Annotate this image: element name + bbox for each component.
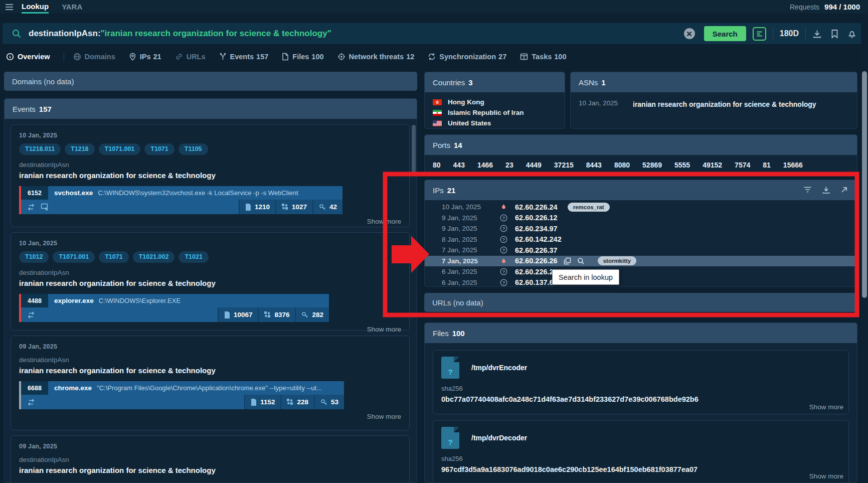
port-value[interactable]: 15666: [783, 161, 803, 169]
port-value[interactable]: 52869: [642, 161, 662, 169]
modules-count-icon: [287, 399, 293, 405]
show-more-link[interactable]: Show more: [809, 403, 843, 411]
port-value[interactable]: 23: [505, 161, 513, 169]
malware-tag[interactable]: remcos_rat: [568, 203, 610, 212]
country-row[interactable]: Islamic Republic of Iran: [425, 107, 565, 118]
download-results-icon[interactable]: [812, 29, 822, 39]
events-panel-header: Events157: [5, 99, 417, 119]
asn-row[interactable]: 10 Jan, 2025 iranian research organizati…: [571, 92, 857, 110]
mitre-tag[interactable]: T1071: [99, 251, 128, 263]
ip-row-highlighted[interactable]: 7 Jan, 2025 62.60.226.26 stormkitty: [425, 256, 857, 267]
event-date: 09 Jan, 2025: [19, 343, 401, 350]
show-more-link[interactable]: Show more: [809, 472, 843, 480]
network-swap-icon[interactable]: [27, 204, 35, 211]
search-button[interactable]: Search: [704, 26, 746, 41]
events-scrollbar[interactable]: [412, 121, 416, 479]
iran-flag-icon: [433, 110, 442, 116]
process-cmdline: C:\WINDOWS\system32\svchost.exe -k Local…: [98, 189, 298, 197]
network-swap-icon[interactable]: [27, 399, 35, 406]
filter-icon[interactable]: [803, 186, 812, 194]
port-value[interactable]: 81: [763, 161, 771, 169]
malicious-flame-icon: [500, 203, 515, 211]
country-row[interactable]: United States: [425, 118, 565, 128]
mitre-tag[interactable]: T1012: [19, 251, 49, 263]
mitre-tag[interactable]: T1105: [179, 143, 208, 155]
tab-urls: URLs: [175, 53, 206, 61]
mitre-tag[interactable]: T1021.002: [133, 251, 175, 263]
ip-row[interactable]: 7 Jan, 2025 ? 62.60.226.37: [425, 245, 857, 256]
port-value[interactable]: 8443: [586, 161, 602, 169]
field-value: iranian research organization for scienc…: [19, 366, 401, 375]
page-scrollbar[interactable]: [861, 14, 868, 483]
port-value[interactable]: 5555: [674, 161, 690, 169]
copy-icon[interactable]: [564, 257, 571, 265]
port-value[interactable]: 1466: [477, 161, 493, 169]
ip-row[interactable]: 6 Jan, 2025 ? 62.60.226.20: [425, 266, 857, 277]
sha256-hash: 0bc77a07740408afc0a248c71d4f63ae7d314bf2…: [441, 395, 840, 403]
show-more-link[interactable]: Show more: [19, 326, 401, 333]
tab-overview[interactable]: Overview: [6, 53, 50, 61]
tasks-window-icon: [520, 53, 528, 60]
tab-events[interactable]: Events157: [219, 53, 269, 61]
port-value[interactable]: 7574: [735, 161, 750, 169]
time-period-selector[interactable]: 180D: [780, 29, 799, 38]
registry-count: 282: [295, 307, 329, 322]
port-value[interactable]: 4449: [526, 161, 542, 169]
mitre-tag[interactable]: T1071.001: [53, 251, 95, 263]
file-card[interactable]: ? /tmp/dvrEncoder sha256 0bc77a07740408a…: [433, 350, 849, 414]
tab-network-threats[interactable]: Network threats12: [337, 53, 415, 61]
search-bar[interactable]: destinationIpAsn:"iranian research organ…: [3, 23, 865, 44]
ip-row[interactable]: 8 Jan, 2025 ? 62.60.142.242: [425, 234, 857, 245]
urls-panel: URLs (no data): [424, 293, 857, 312]
network-swap-icon[interactable]: [27, 311, 35, 318]
show-more-link[interactable]: Show more: [19, 413, 401, 420]
show-more-link[interactable]: Show more: [19, 218, 401, 225]
open-external-icon[interactable]: [840, 186, 848, 194]
hamburger-menu-icon[interactable]: [5, 0, 14, 14]
tab-synchronization[interactable]: Synchronization27: [428, 53, 506, 61]
registry-count-icon: [301, 311, 308, 318]
asns-panel-header: ASNs1: [571, 72, 857, 92]
clear-query-button[interactable]: [684, 28, 695, 39]
tab-tasks[interactable]: Tasks100: [520, 53, 566, 61]
registry-count: 53: [314, 395, 344, 409]
tab-ips[interactable]: IPs21: [129, 53, 161, 61]
ip-row[interactable]: 9 Jan, 2025 ? 62.60.234.97: [425, 223, 857, 234]
notifications-bell-icon[interactable]: [847, 29, 856, 39]
process-block[interactable]: 6688 chrome.exe "C:\Program Files\Google…: [19, 381, 344, 409]
bookmark-icon[interactable]: [830, 29, 839, 39]
query-list-icon[interactable]: [753, 27, 766, 41]
download-icon[interactable]: [822, 186, 830, 194]
mitre-tag[interactable]: T1071.001: [99, 143, 141, 155]
mitre-tag[interactable]: T1218: [65, 143, 94, 155]
process-block[interactable]: 4488 explorer.exe C:\WINDOWS\Explorer.EX…: [19, 294, 329, 322]
event-card: 09 Jan, 2025 destinationIpAsn iranian re…: [11, 336, 410, 430]
remote-desktop-icon[interactable]: [41, 203, 49, 211]
nav-lookup[interactable]: Lookup: [22, 0, 49, 14]
page-scrollbar-thumb[interactable]: [862, 71, 867, 298]
svg-text:?: ?: [502, 280, 505, 285]
ip-row[interactable]: 10 Jan, 2025 62.60.226.24 remcos_rat: [425, 202, 857, 213]
ip-row[interactable]: 9 Jan, 2025 ? 62.60.226.12: [425, 213, 857, 224]
file-card[interactable]: ? /tmp/dvrDecoder sha256 967cdf3d5a9a168…: [433, 420, 849, 483]
tab-files[interactable]: Files100: [282, 53, 323, 61]
files-count: 10067: [218, 307, 258, 322]
events-scrollbar-thumb[interactable]: [412, 125, 416, 175]
mitre-tag[interactable]: T1021: [179, 251, 208, 263]
search-in-lookup-icon[interactable]: [577, 257, 585, 265]
mitre-tag[interactable]: T1071: [144, 143, 174, 155]
malware-tag[interactable]: stormkitty: [598, 256, 637, 265]
field-value: iranian research organization for scienc…: [19, 466, 401, 474]
process-block[interactable]: 6152 svchost.exe C:\WINDOWS\system32\svc…: [19, 186, 342, 214]
ip-row[interactable]: 6 Jan, 2025 ? 62.60.137.67: [425, 277, 857, 287]
search-query[interactable]: destinationIpAsn:"iranian research organ…: [29, 29, 331, 39]
country-row[interactable]: Hong Kong: [425, 97, 565, 107]
mitre-tag[interactable]: T1218.011: [19, 143, 61, 155]
port-value[interactable]: 443: [453, 161, 465, 169]
event-card: 09 Jan, 2025 destinationIpAsn iranian re…: [11, 435, 410, 483]
port-value[interactable]: 8080: [614, 161, 630, 169]
port-value[interactable]: 37215: [554, 161, 574, 169]
nav-yara[interactable]: YARA: [62, 0, 82, 14]
port-value[interactable]: 80: [433, 161, 441, 169]
port-value[interactable]: 49152: [703, 161, 722, 169]
